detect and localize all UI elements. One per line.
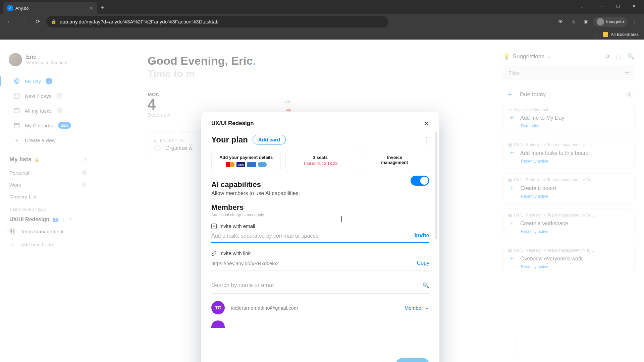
text-cursor xyxy=(341,216,342,222)
window-controls: — ▢ ✕ xyxy=(594,0,641,12)
incognito-icon xyxy=(597,18,604,25)
amex-icon xyxy=(247,162,256,167)
close-window-button[interactable]: ✕ xyxy=(627,1,641,11)
search-icon[interactable]: 🔍 xyxy=(423,282,429,289)
chevron-down-icon: ⌄ xyxy=(425,305,429,311)
ai-subtitle: Allow members to use AI capabilities. xyxy=(211,190,300,196)
envelope-icon: ✉ xyxy=(211,224,217,229)
link-icon xyxy=(211,251,217,256)
plan-card-seats[interactable]: 3 seats Trial ends 12.18.23 xyxy=(285,150,355,172)
tab-bar: ✓ Any.do ✕ + ⌄ — ▢ ✕ xyxy=(0,0,644,14)
members-note: Additional charges may apply xyxy=(211,213,429,217)
member-search-row: 🔍 xyxy=(211,279,429,294)
ai-toggle[interactable] xyxy=(411,176,429,186)
plan-card-payment[interactable]: Add your payment details VISA xyxy=(211,150,281,172)
plan-heading: Your plan xyxy=(211,135,248,144)
member-search-input[interactable] xyxy=(211,282,419,289)
card-line2: Trial ends 12.18.23 xyxy=(289,161,351,166)
eye-off-icon[interactable]: 👁 xyxy=(555,16,566,27)
browser-chrome: ✓ Any.do ✕ + ⌄ — ▢ ✕ ← → ⟳ 🔒 app.any.do/… xyxy=(0,0,644,34)
ai-heading: AI capabilities xyxy=(211,180,300,189)
card-line1: 3 seats xyxy=(289,155,351,160)
member-row xyxy=(211,320,429,328)
tabs-chevron-icon[interactable]: ⌄ xyxy=(580,4,584,9)
minimize-button[interactable]: — xyxy=(594,1,609,11)
member-email: tedlerarnemadino@gmail.com xyxy=(231,305,398,311)
incognito-label: Incognito xyxy=(606,19,624,24)
forward-button[interactable]: → xyxy=(18,16,29,27)
discover-icon xyxy=(258,162,267,167)
bookmarks-separator: | xyxy=(596,32,597,37)
maximize-button[interactable]: ▢ xyxy=(610,1,625,11)
member-avatar: TC xyxy=(211,301,225,314)
tab-favicon: ✓ xyxy=(7,5,13,11)
plan-card-invoice[interactable]: Invoice management xyxy=(360,150,429,172)
members-heading: Members xyxy=(211,203,429,212)
copy-button[interactable]: Copy xyxy=(417,260,429,266)
tab-close-icon[interactable]: ✕ xyxy=(90,6,93,11)
bookmark-star-icon[interactable]: ☆ xyxy=(568,16,579,27)
card-line1: Add your payment details xyxy=(215,155,277,160)
workspace-settings-modal: UX/UI Redesign ✕ Your plan Add card ⋮ Ad… xyxy=(201,112,439,362)
new-tab-button[interactable]: + xyxy=(101,4,104,11)
invite-email-input[interactable] xyxy=(211,233,411,239)
bookmarks-bar: | All Bookmarks xyxy=(0,29,644,40)
modal-scrollbar[interactable] xyxy=(435,132,437,360)
mastercard-icon xyxy=(226,162,234,167)
all-bookmarks-button[interactable]: All Bookmarks xyxy=(611,32,639,37)
browser-tab[interactable]: ✓ Any.do ✕ xyxy=(3,2,97,14)
member-role-dropdown[interactable]: Member ⌄ xyxy=(405,305,429,311)
card-line1: Invoice xyxy=(364,155,426,160)
reload-button[interactable]: ⟳ xyxy=(32,16,43,27)
bookmarks-folder-icon xyxy=(603,32,608,37)
add-card-button[interactable]: Add card xyxy=(253,135,286,144)
tab-title: Any.do xyxy=(15,6,87,11)
invite-button[interactable]: Invite xyxy=(415,232,429,239)
card-line2: management xyxy=(364,160,426,165)
member-avatar xyxy=(211,320,225,328)
save-button[interactable]: Save xyxy=(396,358,429,362)
extensions-icon[interactable]: ▣ xyxy=(581,16,591,27)
member-row: TC tedlerarnemadino@gmail.com Member ⌄ xyxy=(211,301,429,314)
plan-more-icon[interactable]: ⋮ xyxy=(423,136,429,143)
address-bar: ← → ⟳ 🔒 app.any.do/myday?d=anydo%3A%2F%2… xyxy=(0,14,644,29)
url-text: app.any.do/myday?d=anydo%3A%2F%2Fanydo%3… xyxy=(60,19,219,24)
invite-link-label: Invite with link xyxy=(211,250,429,256)
url-input[interactable]: 🔒 app.any.do/myday?d=anydo%3A%2F%2Fanydo… xyxy=(46,16,388,27)
back-button[interactable]: ← xyxy=(4,16,15,27)
invite-email-row: Invite xyxy=(211,231,429,243)
modal-title: UX/UI Redesign xyxy=(211,120,254,127)
invite-email-label: ✉ Invite with email xyxy=(211,223,429,229)
invite-link-value[interactable]: https://hey.any.do/xRRxdceio2 xyxy=(211,260,413,266)
payment-icons: VISA xyxy=(215,162,277,167)
invite-link-row: https://hey.any.do/xRRxdceio2 Copy xyxy=(211,258,429,270)
close-icon[interactable]: ✕ xyxy=(424,119,429,127)
app-root: Eric Workspace Account My day 1 Next 7 d… xyxy=(0,45,644,362)
lock-icon: 🔒 xyxy=(51,19,56,24)
chrome-menu-icon[interactable]: ⋮ xyxy=(629,16,640,27)
visa-icon: VISA xyxy=(236,162,245,167)
incognito-indicator[interactable]: Incognito xyxy=(593,17,627,27)
